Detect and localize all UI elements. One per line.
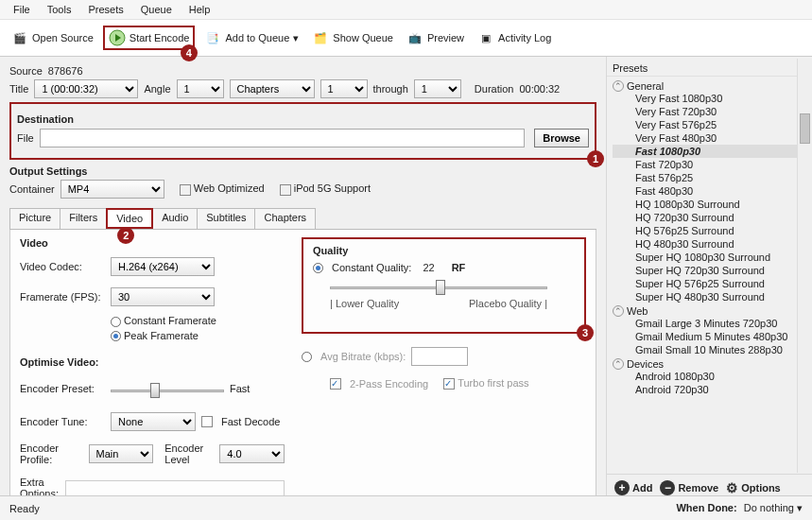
preset-list[interactable]: ⌃GeneralVery Fast 1080p30Very Fast 720p3… (607, 77, 812, 474)
preset-remove-button[interactable]: −Remove (660, 480, 718, 495)
fast-decode-checkbox[interactable] (201, 416, 213, 427)
chapters-mode-select[interactable]: Chapters (230, 79, 315, 98)
encoder-profile-select[interactable]: Main (89, 444, 154, 463)
preview-label: Preview (427, 32, 464, 43)
preset-item[interactable]: Fast 480p30 (613, 184, 810, 198)
start-encode-button[interactable]: Start Encode 4 (103, 26, 196, 50)
ipod-label: iPod 5G Support (294, 182, 371, 194)
encoder-level-select[interactable]: 4.0 (219, 444, 285, 463)
web-optimized-checkbox[interactable] (180, 184, 191, 196)
preset-group-name[interactable]: Web (627, 305, 648, 317)
scrollbar[interactable] (797, 59, 812, 473)
duration-label: Duration (475, 83, 514, 95)
preset-item[interactable]: Super HQ 576p25 Surround (613, 277, 810, 290)
turbo-label: Turbo first pass (458, 377, 528, 389)
rf-label: RF (452, 262, 466, 273)
preset-group-name[interactable]: General (627, 80, 664, 92)
title-select[interactable]: 1 (00:00:32) (34, 79, 138, 98)
preset-item[interactable]: Gmail Medium 5 Minutes 480p30 (613, 330, 810, 343)
two-pass-label: 2-Pass Encoding (350, 378, 428, 390)
tab-chapters[interactable]: Chapters (254, 208, 316, 229)
preset-item[interactable]: Fast 1080p30 (613, 145, 810, 158)
preset-item[interactable]: Very Fast 480p30 (613, 131, 810, 145)
when-done-value[interactable]: Do nothing ▾ (744, 502, 803, 513)
caret-icon[interactable]: ⌃ (613, 305, 624, 317)
quality-slider[interactable] (330, 281, 547, 294)
annotation-1: 1 (587, 150, 604, 167)
preset-options-button[interactable]: ⚙Options (726, 480, 781, 495)
preset-add-button[interactable]: +Add (614, 480, 652, 495)
activity-log-button[interactable]: ▣ Activity Log (474, 27, 555, 48)
encoder-preset-label: Encoder Preset: (20, 383, 105, 394)
preset-item[interactable]: Super HQ 480p30 Surround (613, 290, 810, 303)
menu-file[interactable]: File (6, 2, 38, 17)
source-value: 878676 (48, 65, 83, 77)
encoder-preset-slider[interactable] (111, 384, 224, 397)
preset-item[interactable]: Super HQ 1080p30 Surround (613, 251, 810, 264)
preset-item[interactable]: HQ 720p30 Surround (613, 211, 810, 224)
avg-bitrate-input[interactable] (411, 347, 468, 366)
angle-select[interactable]: 1 (177, 79, 224, 98)
two-pass-checkbox[interactable] (330, 378, 341, 390)
preset-item[interactable]: Very Fast 1080p30 (613, 92, 810, 105)
ipod-checkbox[interactable] (280, 184, 291, 196)
chapter-to-select[interactable]: 1 (414, 79, 461, 98)
source-label: Source (9, 65, 43, 77)
container-select[interactable]: MP4 (60, 180, 164, 199)
preset-item[interactable]: Fast 720p30 (613, 158, 810, 171)
tab-subtitles[interactable]: Subtitles (197, 208, 255, 229)
menu-tools[interactable]: Tools (40, 2, 79, 17)
through-label: through (373, 83, 408, 95)
caret-icon[interactable]: ⌃ (613, 80, 624, 92)
preset-item[interactable]: HQ 480p30 Surround (613, 237, 810, 251)
menu-presets[interactable]: Presets (80, 2, 130, 17)
statusbar: Ready When Done: Do nothing ▾ (0, 495, 812, 520)
show-queue-button[interactable]: 🗂️ Show Queue (308, 27, 397, 48)
annotation-3: 3 (577, 324, 594, 341)
encoder-tune-label: Encoder Tune: (20, 416, 105, 427)
encoder-tune-select[interactable]: None (111, 412, 196, 431)
tab-audio[interactable]: Audio (152, 208, 198, 229)
add-to-queue-button[interactable]: 📑 Add to Queue ▾ (200, 27, 302, 48)
constant-quality-radio[interactable] (313, 263, 323, 273)
avg-bitrate-radio[interactable] (302, 352, 312, 362)
tab-video[interactable]: Video 2 (106, 208, 153, 229)
preset-item[interactable]: Gmail Large 3 Minutes 720p30 (613, 317, 810, 330)
video-section-title: Video (20, 237, 285, 249)
web-optimized-label: Web Optimized (194, 182, 265, 194)
tab-picture[interactable]: Picture (9, 208, 60, 229)
preset-item[interactable]: Android 720p30 (613, 383, 810, 396)
preset-item[interactable]: Fast 576p25 (613, 171, 810, 184)
encoder-level-label: Encoder Level (164, 442, 214, 465)
preset-item[interactable]: Very Fast 720p30 (613, 105, 810, 118)
turbo-checkbox[interactable] (443, 378, 455, 390)
preset-item[interactable]: HQ 576p25 Surround (613, 224, 810, 237)
preset-options-label: Options (741, 482, 781, 494)
preset-item[interactable]: Gmail Small 10 Minutes 288p30 (613, 343, 810, 356)
destination-input[interactable] (40, 129, 526, 147)
open-source-button[interactable]: 🎬 Open Source (8, 27, 97, 48)
constant-framerate-radio[interactable] (111, 317, 121, 327)
destination-section: Destination File Browse 1 (9, 102, 596, 160)
peak-framerate-label: Peak Framerate (124, 330, 199, 341)
video-codec-select[interactable]: H.264 (x264) (111, 257, 215, 276)
caret-icon[interactable]: ⌃ (613, 358, 624, 370)
video-codec-label: Video Codec: (20, 261, 105, 272)
preset-item[interactable]: HQ 1080p30 Surround (613, 198, 810, 211)
preset-group-name[interactable]: Devices (627, 358, 664, 370)
preview-button[interactable]: 📺 Preview (403, 27, 468, 48)
menu-help[interactable]: Help (181, 2, 218, 17)
framerate-select[interactable]: 30 (111, 287, 215, 306)
chapter-from-select[interactable]: 1 (320, 79, 368, 98)
menu-queue[interactable]: Queue (133, 2, 180, 17)
preset-item[interactable]: Android 1080p30 (613, 370, 810, 383)
queue-icon: 🗂️ (312, 29, 329, 46)
peak-framerate-radio[interactable] (111, 331, 121, 341)
quality-section: Quality Constant Quality: 22 RF | Lower … (302, 237, 586, 334)
preset-item[interactable]: Very Fast 576p25 (613, 118, 810, 131)
tab-filters[interactable]: Filters (60, 208, 107, 229)
activity-log-label: Activity Log (498, 32, 551, 43)
preset-item[interactable]: Super HQ 720p30 Surround (613, 264, 810, 277)
duration-value: 00:00:32 (519, 83, 560, 95)
browse-button[interactable]: Browse (534, 129, 589, 147)
